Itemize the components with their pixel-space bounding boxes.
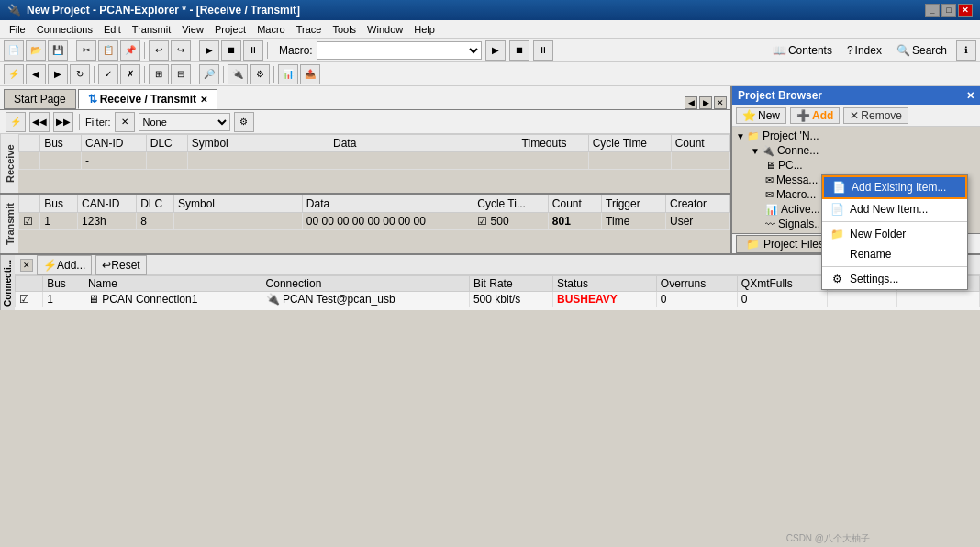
index-btn[interactable]: ? Index <box>841 42 887 59</box>
transmit-col-cycle[interactable]: Cycle Ti... <box>473 195 549 213</box>
receive-col-dlc[interactable]: DLC <box>146 135 187 152</box>
macro-pause[interactable]: ⏸ <box>533 40 553 61</box>
tab-scroll-left[interactable]: ◀ <box>685 96 697 109</box>
transmit-col-dlc[interactable]: DLC <box>137 195 174 213</box>
copy-btn[interactable]: 📋 <box>98 40 118 61</box>
menu-window[interactable]: Window <box>362 22 408 37</box>
transmit-col-count[interactable]: Count <box>548 195 601 213</box>
conn-col-bus[interactable]: Bus <box>43 276 84 292</box>
transmit-col-trigger[interactable]: Trigger <box>602 195 666 213</box>
redo-btn[interactable]: ↪ <box>171 40 191 61</box>
tab-project-files[interactable]: 📁 Project Files <box>736 235 834 253</box>
conn-col-bitrate[interactable]: Bit Rate <box>469 276 552 292</box>
disconnect-btn[interactable]: ⚙ <box>250 64 270 84</box>
filter-settings-btn[interactable]: ⚙ <box>234 112 254 132</box>
conn-col-connection[interactable]: Connection <box>262 276 469 292</box>
tree-connections[interactable]: ▼ 🔌 Conne... <box>749 143 978 158</box>
menu-transmit[interactable]: Transmit <box>127 22 176 37</box>
minimize-btn[interactable]: _ <box>925 4 940 17</box>
menu-trace[interactable]: Trace <box>291 22 328 37</box>
tab-receive-transmit[interactable]: ⇅ Receive / Transmit ✕ <box>78 89 217 109</box>
menu-connections[interactable]: Connections <box>31 22 98 37</box>
transmit-col-symbol[interactable]: Symbol <box>173 195 302 213</box>
back-btn[interactable]: ◀ <box>26 64 46 84</box>
grid1-btn[interactable]: ⊞ <box>149 64 169 84</box>
panel-close-btn[interactable]: ✕ <box>966 90 974 102</box>
new-btn[interactable]: 📄 <box>4 40 24 61</box>
transmit-cell-canid: 123h <box>78 213 137 230</box>
connect-btn[interactable]: 🔌 <box>228 64 248 84</box>
cut-btn[interactable]: ✂ <box>76 40 96 61</box>
menu-edit[interactable]: Edit <box>98 22 127 37</box>
stop-btn[interactable]: ⏹ <box>221 40 241 61</box>
transmit-col-data[interactable]: Data <box>302 195 473 213</box>
add-connection-btn[interactable]: ⚡ Add... <box>37 255 92 275</box>
cross-btn[interactable]: ✗ <box>120 64 140 84</box>
fwd-btn[interactable]: ▶ <box>48 64 68 84</box>
filter-btn[interactable]: 🔎 <box>199 64 219 84</box>
menu-macro[interactable]: Macro <box>251 22 291 37</box>
conn-col-name[interactable]: Name <box>84 276 262 292</box>
ctx-add-existing[interactable]: 📄 Add Existing Item... <box>822 175 967 199</box>
connections-dismiss-btn[interactable]: ✕ <box>20 259 33 272</box>
pause-btn[interactable]: ⏸ <box>243 40 263 61</box>
ctx-settings[interactable]: ⚙ Settings... <box>822 269 967 289</box>
pb-new-btn[interactable]: ⭐ New <box>736 107 786 124</box>
export-btn[interactable]: 📤 <box>300 64 320 84</box>
filter-clear-btn[interactable]: ✕ <box>115 112 135 132</box>
macro-run[interactable]: ▶ <box>485 40 506 61</box>
menu-project[interactable]: Project <box>209 22 251 37</box>
pb-add-btn[interactable]: ➕ Add <box>790 107 840 124</box>
receive-col-symbol[interactable]: Symbol <box>187 135 329 152</box>
open-btn[interactable]: 📂 <box>26 40 46 61</box>
tree-root[interactable]: ▼ 📁 Project 'N... <box>734 128 978 143</box>
macro-label: Macro: <box>279 44 313 57</box>
contents-btn[interactable]: 📖 Contents <box>767 42 838 59</box>
conn-col-qxmt[interactable]: QXmtFulls <box>737 276 827 292</box>
tree-pc[interactable]: 🖥 PC... <box>763 158 978 173</box>
receive-col-count[interactable]: Count <box>671 135 729 152</box>
conn-col-status[interactable]: Status <box>553 276 657 292</box>
menu-help[interactable]: Help <box>408 22 440 37</box>
receive-col-data[interactable]: Data <box>329 135 518 152</box>
paste-btn[interactable]: 📌 <box>120 40 140 61</box>
receive-col-cycle[interactable]: Cycle Time <box>588 135 671 152</box>
filter-select[interactable]: None <box>139 113 230 131</box>
receive-col-bus[interactable]: Bus <box>40 135 82 152</box>
macro-select[interactable] <box>317 41 482 60</box>
menu-file[interactable]: File <box>4 22 31 37</box>
ctx-new-folder[interactable]: 📁 New Folder <box>822 224 967 244</box>
grid2-btn[interactable]: ⊟ <box>171 64 191 84</box>
filter-fwd-btn[interactable]: ▶▶ <box>53 112 73 132</box>
ctx-rename[interactable]: Rename <box>822 244 967 264</box>
transmit-col-creator[interactable]: Creator <box>666 195 730 213</box>
ctx-add-new[interactable]: 📄 Add New Item... <box>822 199 967 219</box>
menu-tools[interactable]: Tools <box>327 22 362 37</box>
pb-remove-btn[interactable]: ✕ Remove <box>843 107 908 124</box>
transmit-col-canid[interactable]: CAN-ID <box>78 195 137 213</box>
maximize-btn[interactable]: □ <box>941 4 956 17</box>
receive-col-canid[interactable]: CAN-ID <box>82 135 147 152</box>
filter-icon-btn[interactable]: ⚡ <box>6 112 26 132</box>
check-btn[interactable]: ✓ <box>98 64 118 84</box>
reset-connection-btn[interactable]: ↩ Reset <box>95 255 146 275</box>
macro-stop[interactable]: ⏹ <box>509 40 529 61</box>
transmit-col-bus[interactable]: Bus <box>40 195 78 213</box>
refresh-btn[interactable]: ↻ <box>70 64 90 84</box>
tab-close-btn[interactable]: ✕ <box>200 95 207 105</box>
undo-btn[interactable]: ↩ <box>149 40 169 61</box>
conn-col-overruns[interactable]: Overruns <box>656 276 737 292</box>
receive-col-timeouts[interactable]: Timeouts <box>518 135 588 152</box>
start-btn[interactable]: ▶ <box>199 40 219 61</box>
help-info-btn[interactable]: ℹ <box>956 40 976 61</box>
chart-btn[interactable]: 📊 <box>278 64 298 84</box>
tab-close-all[interactable]: ✕ <box>714 96 727 109</box>
lightning-btn[interactable]: ⚡ <box>4 64 24 84</box>
menu-view[interactable]: View <box>176 22 209 37</box>
tab-scroll-right[interactable]: ▶ <box>699 96 712 109</box>
search-btn[interactable]: 🔍 Search <box>891 42 952 59</box>
tab-start-page[interactable]: Start Page <box>4 89 76 109</box>
save-btn[interactable]: 💾 <box>48 40 68 61</box>
filter-back-btn[interactable]: ◀◀ <box>29 112 50 132</box>
close-btn[interactable]: ✕ <box>958 4 973 17</box>
